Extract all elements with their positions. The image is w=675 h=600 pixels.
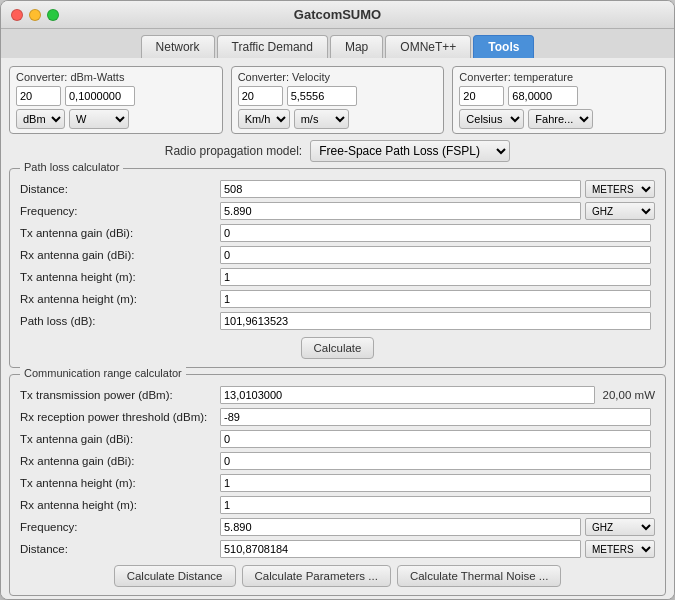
tab-omnet[interactable]: OMNeT++ <box>385 35 471 58</box>
pl-distance-input[interactable] <box>220 180 581 198</box>
cr-frequency-row: Frequency: GHZ <box>20 517 655 537</box>
cr-frequency-units: GHZ <box>585 518 655 536</box>
converter-vel-inputs <box>238 86 438 106</box>
close-button[interactable] <box>11 9 23 21</box>
pl-frequency-units: GHZ <box>585 202 655 220</box>
pl-result-input[interactable] <box>220 312 651 330</box>
cr-tx-gain-row: Tx antenna gain (dBi): <box>20 429 655 449</box>
cr-tx-gain-label: Tx antenna gain (dBi): <box>20 433 220 445</box>
cr-rx-threshold-row: Rx reception power threshold (dBm): <box>20 407 655 427</box>
tab-traffic-demand[interactable]: Traffic Demand <box>217 35 328 58</box>
dbm-value2-input[interactable] <box>65 86 135 106</box>
tab-network[interactable]: Network <box>141 35 215 58</box>
converter-temp-units: Celsius Fahre... <box>459 109 659 129</box>
dbm-unit2-select[interactable]: W <box>69 109 129 129</box>
cr-rx-height-row: Rx antenna height (m): <box>20 495 655 515</box>
pl-rx-height-input[interactable] <box>220 290 651 308</box>
dbm-unit1-select[interactable]: dBm <box>16 109 65 129</box>
converter-row: Converter: dBm-Watts dBm W Converter: Ve… <box>9 66 666 134</box>
calculate-parameters-button[interactable]: Calculate Parameters ... <box>242 565 391 587</box>
temp-unit1-select[interactable]: Celsius <box>459 109 524 129</box>
pl-rx-gain-input[interactable] <box>220 246 651 264</box>
vel-unit2-select[interactable]: m/s <box>294 109 349 129</box>
pl-distance-unit-select[interactable]: METERS <box>585 180 655 198</box>
cr-tx-power-input[interactable] <box>220 386 595 404</box>
cr-rx-threshold-input[interactable] <box>220 408 651 426</box>
main-window: GatcomSUMO Network Traffic Demand Map OM… <box>0 0 675 600</box>
converter-temp-inputs <box>459 86 659 106</box>
cr-rx-gain-input[interactable] <box>220 452 651 470</box>
cr-rx-threshold-label: Rx reception power threshold (dBm): <box>20 411 220 423</box>
cr-tx-height-row: Tx antenna height (m): <box>20 473 655 493</box>
pl-frequency-unit-select[interactable]: GHZ <box>585 202 655 220</box>
path-loss-tx-height-row: Tx antenna height (m): <box>20 267 655 287</box>
cr-rx-gain-row: Rx antenna gain (dBi): <box>20 451 655 471</box>
pl-distance-label: Distance: <box>20 183 220 195</box>
vel-value1-input[interactable] <box>238 86 283 106</box>
cr-tx-power-row: Tx transmission power (dBm): 20,00 mW <box>20 385 655 405</box>
vel-unit1-select[interactable]: Km/h <box>238 109 290 129</box>
converter-dbm-inputs <box>16 86 216 106</box>
pl-frequency-input[interactable] <box>220 202 581 220</box>
titlebar: GatcomSUMO <box>1 1 674 29</box>
cr-rx-height-input[interactable] <box>220 496 651 514</box>
path-loss-fields: Distance: METERS Frequency: GHZ <box>20 179 655 331</box>
dbm-value1-input[interactable] <box>16 86 61 106</box>
cr-frequency-label: Frequency: <box>20 521 220 533</box>
cr-rx-gain-label: Rx antenna gain (dBi): <box>20 455 220 467</box>
cr-distance-input[interactable] <box>220 540 581 558</box>
comm-range-fields: Tx transmission power (dBm): 20,00 mW Rx… <box>20 385 655 559</box>
calculate-pathloss-button[interactable]: Calculate <box>301 337 375 359</box>
converter-dbm-title: Converter: dBm-Watts <box>16 71 216 83</box>
converter-temp-title: Converter: temperature <box>459 71 659 83</box>
calculate-distance-button[interactable]: Calculate Distance <box>114 565 236 587</box>
tools-content: Converter: dBm-Watts dBm W Converter: Ve… <box>1 58 674 599</box>
pl-rx-gain-label: Rx antenna gain (dBi): <box>20 249 220 261</box>
cr-distance-unit-select[interactable]: METERS <box>585 540 655 558</box>
minimize-button[interactable] <box>29 9 41 21</box>
path-loss-rx-gain-row: Rx antenna gain (dBi): <box>20 245 655 265</box>
radio-prop-label: Radio propagation model: <box>165 144 302 158</box>
maximize-button[interactable] <box>47 9 59 21</box>
pl-result-label: Path loss (dB): <box>20 315 220 327</box>
path-loss-btn-row: Calculate <box>20 337 655 359</box>
pl-tx-height-input[interactable] <box>220 268 651 286</box>
tab-tools[interactable]: Tools <box>473 35 534 58</box>
path-loss-frequency-row: Frequency: GHZ <box>20 201 655 221</box>
cr-distance-label: Distance: <box>20 543 220 555</box>
radio-propagation-row: Radio propagation model: Free-Space Path… <box>9 140 666 162</box>
radio-prop-select[interactable]: Free-Space Path Loss (FSPL) <box>310 140 510 162</box>
cr-distance-units: METERS <box>585 540 655 558</box>
converter-dbm-units: dBm W <box>16 109 216 129</box>
comm-range-btn-row: Calculate Distance Calculate Parameters … <box>20 565 655 587</box>
cr-tx-height-label: Tx antenna height (m): <box>20 477 220 489</box>
cr-tx-gain-input[interactable] <box>220 430 651 448</box>
tab-map[interactable]: Map <box>330 35 383 58</box>
path-loss-title: Path loss calculator <box>20 161 123 173</box>
path-loss-result-row: Path loss (dB): <box>20 311 655 331</box>
converter-temperature: Converter: temperature Celsius Fahre... <box>452 66 666 134</box>
vel-value2-input[interactable] <box>287 86 357 106</box>
converter-vel-units: Km/h m/s <box>238 109 438 129</box>
temp-unit2-select[interactable]: Fahre... <box>528 109 593 129</box>
pl-tx-height-label: Tx antenna height (m): <box>20 271 220 283</box>
temp-value2-input[interactable] <box>508 86 578 106</box>
cr-frequency-unit-select[interactable]: GHZ <box>585 518 655 536</box>
path-loss-section: Path loss calculator Distance: METERS Fr… <box>9 168 666 368</box>
cr-tx-height-input[interactable] <box>220 474 651 492</box>
pl-tx-gain-input[interactable] <box>220 224 651 242</box>
traffic-lights <box>11 9 59 21</box>
path-loss-distance-row: Distance: METERS <box>20 179 655 199</box>
temp-value1-input[interactable] <box>459 86 504 106</box>
cr-tx-power-extra: 20,00 mW <box>603 389 655 401</box>
pl-frequency-label: Frequency: <box>20 205 220 217</box>
tabbar: Network Traffic Demand Map OMNeT++ Tools <box>1 29 674 58</box>
cr-frequency-input[interactable] <box>220 518 581 536</box>
converter-vel-title: Converter: Velocity <box>238 71 438 83</box>
cr-tx-power-label: Tx transmission power (dBm): <box>20 389 220 401</box>
calculate-thermal-noise-button[interactable]: Calculate Thermal Noise ... <box>397 565 561 587</box>
path-loss-rx-height-row: Rx antenna height (m): <box>20 289 655 309</box>
converter-dbm-watts: Converter: dBm-Watts dBm W <box>9 66 223 134</box>
comm-range-section: Communication range calculator Tx transm… <box>9 374 666 596</box>
comm-range-title: Communication range calculator <box>20 367 186 379</box>
